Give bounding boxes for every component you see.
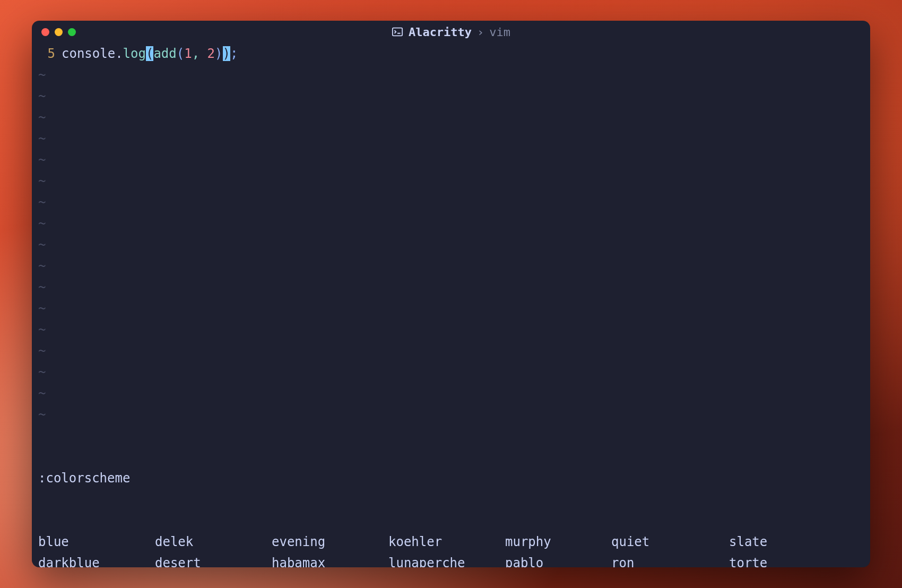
terminal-window: Alacritty › vim 5 console.log(add(1, 2))…: [32, 21, 870, 567]
empty-line-tilde: ~: [38, 149, 864, 170]
title-app-name: Alacritty: [409, 25, 472, 39]
empty-line-tilde: ~: [38, 276, 864, 298]
empty-line-tilde: ~: [38, 255, 864, 276]
wildmenu-option[interactable]: slate: [729, 531, 835, 552]
terminal-icon: [392, 26, 403, 38]
token-number: 2: [207, 46, 215, 61]
code-line: 5 console.log(add(1, 2));: [38, 43, 864, 64]
wildmenu-option[interactable]: delek: [155, 531, 272, 552]
wildmenu-option[interactable]: ron: [611, 552, 729, 567]
empty-line-tilde: ~: [38, 383, 864, 404]
wildmenu-option[interactable]: darkblue: [38, 552, 155, 567]
wildmenu-options: bluedelekeveningkoehlermurphyquietslated…: [38, 531, 864, 567]
wildmenu-option[interactable]: koehler: [388, 531, 505, 552]
minimize-button[interactable]: [55, 28, 63, 36]
wildmenu-option[interactable]: blue: [38, 531, 155, 552]
token-number: 1: [184, 46, 192, 61]
token-paren-open: (: [177, 46, 184, 61]
empty-line-tilde: ~: [38, 213, 864, 234]
empty-lines-region: ~~~~~~~~~~~~~~~~~: [38, 64, 864, 425]
matching-paren-open: (: [146, 46, 153, 61]
token-identifier: console: [62, 46, 115, 61]
empty-line-tilde: ~: [38, 192, 864, 213]
wildmenu-option[interactable]: torte: [729, 552, 835, 567]
svg-rect-0: [393, 28, 402, 36]
token-paren-close: ): [215, 46, 222, 61]
token-dot: .: [115, 46, 123, 61]
close-button[interactable]: [41, 28, 49, 36]
token-comma: ,: [192, 46, 207, 61]
empty-line-tilde: ~: [38, 170, 864, 192]
empty-line-tilde: ~: [38, 298, 864, 319]
maximize-button[interactable]: [68, 28, 76, 36]
empty-line-tilde: ~: [38, 319, 864, 340]
token-method: log: [123, 46, 146, 61]
empty-line-tilde: ~: [38, 340, 864, 361]
empty-line-tilde: ~: [38, 128, 864, 149]
empty-line-tilde: ~: [38, 85, 864, 107]
command-area: :colorscheme bluedelekeveningkoehlermurp…: [38, 425, 864, 567]
empty-line-tilde: ~: [38, 64, 864, 85]
wildmenu-option[interactable]: habamax: [272, 552, 388, 567]
editor-viewport[interactable]: 5 console.log(add(1, 2)); ~~~~~~~~~~~~~~…: [32, 43, 870, 567]
token-call: add: [153, 46, 176, 61]
wildmenu-option[interactable]: lunaperche: [388, 552, 505, 567]
empty-line-tilde: ~: [38, 234, 864, 255]
wildmenu-option[interactable]: evening: [272, 531, 388, 552]
window-title: Alacritty › vim: [32, 25, 870, 39]
empty-line-tilde: ~: [38, 107, 864, 128]
traffic-lights: [41, 28, 76, 36]
line-number: 5: [38, 43, 62, 64]
empty-line-tilde: ~: [38, 361, 864, 383]
code-content[interactable]: console.log(add(1, 2));: [62, 43, 864, 64]
wildmenu-option[interactable]: murphy: [505, 531, 611, 552]
title-separator: ›: [477, 25, 484, 39]
cursor-on-paren: ): [223, 46, 230, 61]
window-titlebar: Alacritty › vim: [32, 21, 870, 43]
wildmenu-option[interactable]: pablo: [505, 552, 611, 567]
wildmenu-command-label: :colorscheme: [38, 468, 864, 489]
empty-line-tilde: ~: [38, 404, 864, 425]
wildmenu-option[interactable]: desert: [155, 552, 272, 567]
token-semicolon: ;: [230, 46, 238, 61]
wildmenu-option[interactable]: quiet: [611, 531, 729, 552]
title-process-name: vim: [489, 25, 510, 39]
